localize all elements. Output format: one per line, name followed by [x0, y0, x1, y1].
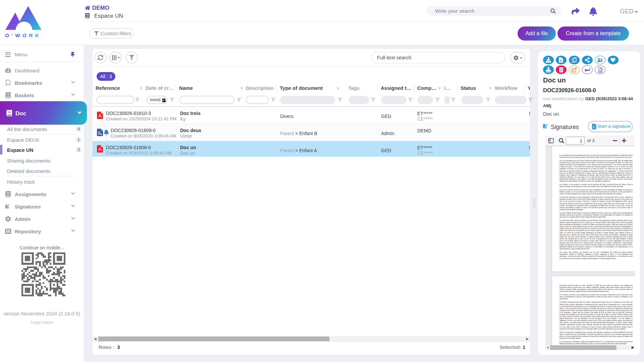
svg-text:O'WORK: O'WORK [5, 33, 41, 38]
svg-text:w: w [100, 133, 102, 135]
